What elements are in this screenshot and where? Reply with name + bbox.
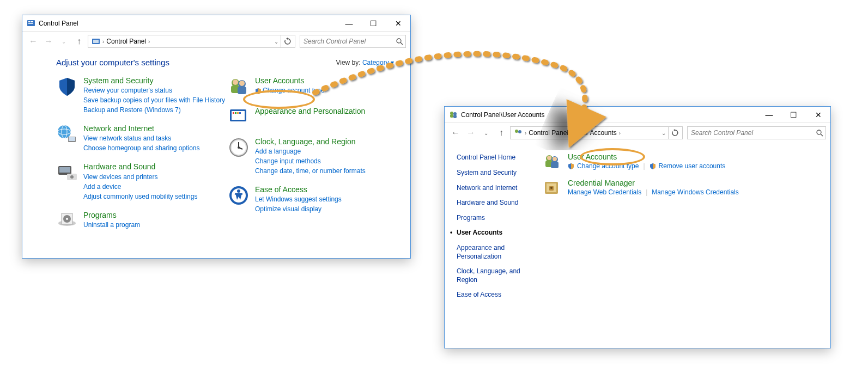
svg-point-53	[547, 156, 551, 160]
section-sublink[interactable]: Manage Windows Credentials	[652, 188, 738, 196]
control-panel-window: Control Panel — ☐ ✕ ← → ⌄ ↑ › Control Pa…	[22, 15, 411, 259]
sidebar-item-system-security[interactable]: System and Security	[457, 169, 538, 177]
minimize-button[interactable]: —	[337, 15, 361, 31]
section-sublink[interactable]: Change account type	[568, 162, 639, 170]
category-title-link[interactable]: User Accounts	[255, 76, 304, 85]
view-by-selector[interactable]: View by: Category ▾	[336, 59, 394, 66]
nav-recent-dropdown[interactable]: ⌄	[57, 35, 70, 48]
programs-icon	[56, 210, 78, 232]
svg-rect-3	[28, 23, 33, 24]
category-sublink[interactable]: Review your computer's status	[83, 85, 225, 95]
svg-point-8	[58, 125, 71, 138]
svg-point-40	[237, 189, 240, 193]
titlebar[interactable]: Control Panel\User Accounts — ☐ ✕	[445, 107, 830, 123]
sidebar-item-programs[interactable]: Programs	[457, 214, 538, 223]
address-bar[interactable]: › Control Panel › ⌄	[88, 35, 295, 48]
category-sublink[interactable]: Backup and Restore (Windows 7)	[83, 105, 225, 115]
category-ease-of-access: Ease of Access Let Windows suggest setti…	[228, 185, 399, 214]
category-sublink[interactable]: Change date, time, or number formats	[255, 166, 366, 176]
svg-point-54	[553, 157, 557, 161]
category-sublink[interactable]: Uninstall a program	[83, 220, 140, 230]
control-panel-icon	[27, 19, 35, 28]
svg-rect-12	[69, 137, 75, 141]
refresh-button[interactable]	[281, 35, 294, 47]
clock-icon	[228, 137, 250, 158]
maximize-button[interactable]: ☐	[781, 107, 806, 122]
window-title: Control Panel\User Accounts	[461, 111, 757, 119]
nav-up-button[interactable]: ↑	[72, 35, 86, 48]
refresh-button[interactable]	[668, 127, 681, 139]
svg-point-16	[70, 175, 74, 179]
svg-point-47	[817, 130, 821, 134]
nav-forward-button[interactable]: →	[464, 126, 477, 139]
section-credential-manager: Credential Manager Manage Web Credential…	[543, 179, 820, 197]
sidebar: Control Panel Home System and Security N…	[445, 147, 543, 312]
close-button[interactable]: ✕	[806, 107, 830, 122]
svg-point-26	[239, 81, 245, 86]
sidebar-item-user-accounts[interactable]: User Accounts	[457, 229, 538, 237]
category-title-link[interactable]: Hardware and Sound	[83, 162, 155, 171]
category-title-link[interactable]: Programs	[83, 211, 117, 219]
category-sublink[interactable]: View network status and tasks	[83, 133, 199, 143]
navigation-bar: ← → ⌄ ↑ › Control Panel › ⌄	[22, 32, 410, 51]
uac-shield-icon	[255, 88, 262, 94]
main-content: User Accounts Change account type | Remo…	[543, 147, 830, 312]
address-bar[interactable]: › Control Panel › User Accounts › ⌄	[510, 126, 683, 139]
svg-rect-1	[28, 21, 30, 22]
svg-rect-29	[233, 112, 234, 114]
breadcrumb-segment[interactable]: User Accounts	[572, 129, 618, 137]
sidebar-item-hardware-sound[interactable]: Hardware and Sound	[457, 199, 538, 207]
category-sublink[interactable]: View devices and printers	[83, 172, 197, 182]
maximize-button[interactable]: ☐	[361, 15, 386, 31]
category-title-link[interactable]: Ease of Access	[255, 185, 307, 194]
category-sublink[interactable]: Let Windows suggest settings	[255, 194, 342, 204]
minimize-button[interactable]: —	[757, 107, 781, 122]
close-button[interactable]: ✕	[386, 15, 410, 31]
category-title-link[interactable]: Clock, Language, and Region	[255, 137, 355, 146]
breadcrumb-segment[interactable]: Control Panel	[526, 129, 570, 137]
category-appearance: Appearance and Personalization	[228, 106, 399, 128]
titlebar[interactable]: Control Panel — ☐ ✕	[22, 15, 410, 32]
address-dropdown-icon[interactable]: ⌄	[659, 130, 668, 136]
category-sublink[interactable]: Add a language	[255, 146, 366, 156]
nav-forward-button[interactable]: →	[42, 35, 55, 48]
svg-rect-52	[551, 162, 559, 168]
nav-recent-dropdown[interactable]: ⌄	[479, 126, 493, 139]
category-title-link[interactable]: Network and Internet	[83, 124, 154, 133]
sidebar-item-network-internet[interactable]: Network and Internet	[457, 184, 538, 193]
search-input[interactable]	[304, 38, 396, 45]
sidebar-item-appearance[interactable]: Appearance and Personalization	[457, 244, 538, 261]
section-sublink[interactable]: Remove user accounts	[650, 162, 726, 170]
category-sublink[interactable]: Choose homegroup and sharing options	[83, 143, 199, 153]
category-sublink[interactable]: Save backup copies of your files with Fi…	[83, 95, 225, 105]
section-sublink[interactable]: Manage Web Credentials	[568, 188, 641, 196]
category-sublink[interactable]: Add a device	[83, 182, 197, 192]
category-title-link[interactable]: System and Security	[83, 76, 153, 85]
address-dropdown-icon[interactable]: ⌄	[272, 39, 281, 45]
user-accounts-icon	[228, 76, 250, 97]
search-icon	[396, 38, 403, 45]
section-title-link[interactable]: User Accounts	[568, 152, 617, 161]
category-network-internet: Network and Internet View network status…	[56, 124, 228, 153]
breadcrumb-segment[interactable]: Control Panel	[104, 38, 148, 45]
sidebar-item-ease-of-access[interactable]: Ease of Access	[457, 291, 538, 299]
navigation-bar: ← → ⌄ ↑ › Control Panel › User Accounts …	[445, 123, 830, 143]
section-title-link[interactable]: Credential Manager	[568, 179, 635, 187]
category-sublink[interactable]: Change input methods	[255, 156, 366, 166]
category-sublink[interactable]: Adjust commonly used mobility settings	[83, 192, 197, 201]
category-clock-language: Clock, Language, and Region Add a langua…	[228, 137, 399, 176]
category-sublink[interactable]: Optimize visual display	[255, 204, 342, 214]
sidebar-item-clock-language[interactable]: Clock, Language, and Region	[457, 267, 538, 284]
search-box[interactable]	[300, 35, 406, 48]
network-internet-icon	[56, 124, 78, 145]
category-sublink[interactable]: Change account type	[255, 85, 324, 95]
category-title-link[interactable]: Appearance and Personalization	[255, 107, 365, 115]
svg-point-45	[515, 130, 518, 133]
svg-point-37	[238, 146, 240, 149]
sidebar-title[interactable]: Control Panel Home	[457, 154, 538, 161]
nav-up-button[interactable]: ↑	[495, 126, 508, 139]
nav-back-button[interactable]: ←	[449, 126, 462, 139]
search-box[interactable]	[687, 126, 826, 139]
nav-back-button[interactable]: ←	[27, 35, 40, 48]
search-input[interactable]	[691, 129, 816, 137]
